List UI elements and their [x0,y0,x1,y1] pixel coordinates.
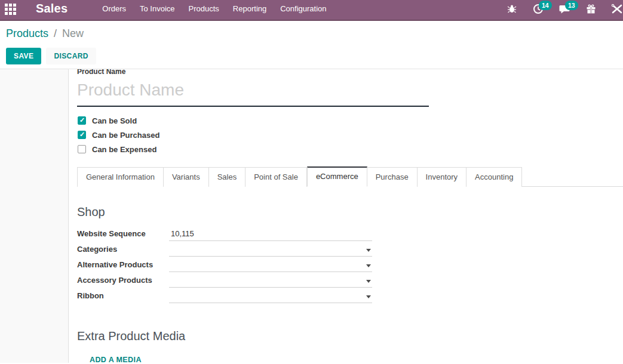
app-name[interactable]: Sales [36,2,67,16]
can-be-sold-checkbox[interactable] [78,116,86,125]
tab-sales[interactable]: Sales [209,167,246,187]
accessory-products-label: Accessory Products [77,276,169,288]
can-be-expensed-row: Can be Expensed [77,142,623,156]
nav-item-configuration[interactable]: Configuration [280,4,326,13]
breadcrumb: Products / New [6,27,623,40]
tab-general-information[interactable]: General Information [77,167,164,187]
tab-ecommerce[interactable]: eCommerce [307,166,367,187]
breadcrumb-products-link[interactable]: Products [6,27,48,39]
messages-chat-icon[interactable]: 13 [558,3,570,15]
top-navbar: Sales Orders To Invoice Products Reporti… [0,0,623,21]
nav-right-icons: 14 13 [492,3,617,15]
bug-icon[interactable] [506,3,518,15]
capability-checkboxes: Can be Sold Can be Purchased Can be Expe… [77,113,623,156]
tab-variants[interactable]: Variants [164,167,209,187]
tab-point-of-sale[interactable]: Point of Sale [245,167,307,187]
nav-item-to-invoice[interactable]: To Invoice [140,4,175,13]
product-name-label: Product Name [77,69,623,76]
add-a-media-button[interactable]: ADD A MEDIA [88,353,143,363]
breadcrumb-separator: / [54,27,57,39]
activities-clock-icon[interactable]: 14 [532,3,544,15]
categories-input[interactable] [169,243,372,257]
accessory-products-dropdown-caret-icon[interactable] [366,280,371,283]
discard-button[interactable]: DISCARD [46,48,96,64]
product-name-input[interactable] [77,76,429,107]
alternative-products-row: Alternative Products [77,257,623,272]
content-area: Product Name Can be Sold Can be Purchase… [0,69,623,363]
breadcrumb-current: New [62,27,84,39]
accessory-products-row: Accessory Products [77,273,623,288]
product-form-sheet: Product Name Can be Sold Can be Purchase… [69,69,623,363]
shop-section: Shop Website Sequence 10,115 Categories [77,205,623,303]
alternative-products-dropdown-caret-icon[interactable] [366,264,371,267]
can-be-purchased-checkbox[interactable] [78,131,86,139]
ribbon-dropdown-caret-icon[interactable] [366,295,371,298]
tools-icon[interactable] [611,3,623,15]
save-button[interactable]: SAVE [6,48,41,64]
website-sequence-input[interactable]: 10,115 [169,228,372,241]
gift-icon[interactable] [585,3,597,15]
alternative-products-label: Alternative Products [77,260,169,272]
notebook-tabs: General Information Variants Sales Point… [77,166,623,187]
media-section-title: Extra Product Media [77,329,623,343]
categories-label: Categories [77,245,169,257]
ribbon-label: Ribbon [77,291,169,303]
activities-badge: 14 [539,1,552,10]
left-rail [0,69,69,363]
ribbon-row: Ribbon [77,288,623,303]
control-panel: Products / New SAVE DISCARD [0,21,623,69]
messages-badge: 13 [565,1,578,10]
nav-item-orders[interactable]: Orders [102,4,126,13]
tab-purchase[interactable]: Purchase [367,167,418,187]
tab-accounting[interactable]: Accounting [467,167,522,187]
extra-product-media-section: Extra Product Media ADD A MEDIA [77,329,623,363]
alternative-products-input[interactable] [169,259,372,272]
apps-grid-icon[interactable] [5,4,17,16]
categories-dropdown-caret-icon[interactable] [366,249,371,252]
nav-item-reporting[interactable]: Reporting [233,4,266,13]
accessory-products-input[interactable] [169,274,372,288]
tab-inventory[interactable]: Inventory [418,167,467,187]
website-sequence-label: Website Sequence [77,229,169,241]
nav-menu: Orders To Invoice Products Reporting Con… [102,4,340,13]
can-be-expensed-checkbox[interactable] [78,145,86,153]
can-be-sold-label[interactable]: Can be Sold [92,116,137,125]
shop-section-title: Shop [77,205,623,219]
can-be-purchased-row: Can be Purchased [77,128,623,142]
can-be-expensed-label[interactable]: Can be Expensed [92,145,156,154]
can-be-sold-row: Can be Sold [77,113,623,128]
ribbon-input[interactable] [169,290,372,303]
website-sequence-row: Website Sequence 10,115 [77,226,623,241]
can-be-purchased-label[interactable]: Can be Purchased [92,131,159,140]
nav-item-products[interactable]: Products [189,4,219,13]
control-panel-buttons: SAVE DISCARD [6,48,623,64]
categories-row: Categories [77,242,623,257]
